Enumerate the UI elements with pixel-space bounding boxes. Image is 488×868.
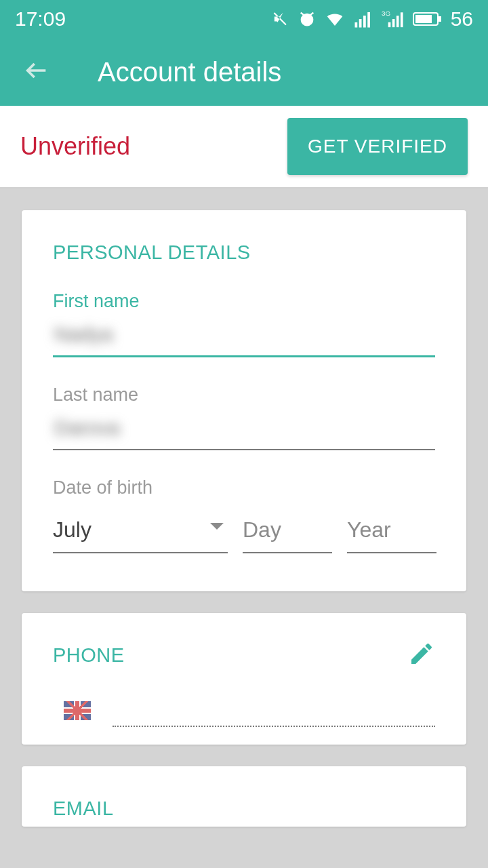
first-name-value: Nadya [53, 323, 113, 345]
chevron-down-icon [210, 523, 224, 530]
last-name-value: Darova [53, 416, 120, 439]
status-bar: 17:09 3G 56 [0, 0, 488, 38]
back-button[interactable] [23, 57, 50, 87]
status-time: 17:09 [15, 7, 66, 31]
phone-input[interactable] [113, 703, 435, 727]
uk-flag-icon[interactable] [64, 701, 91, 720]
phone-input-row[interactable] [53, 701, 435, 727]
svg-rect-9 [401, 12, 403, 27]
svg-rect-3 [363, 16, 366, 28]
signal-icon [353, 9, 373, 29]
svg-rect-6 [388, 22, 390, 27]
personal-details-title: PERSONAL DETAILS [53, 241, 435, 264]
signal-3g-icon: 3G [382, 9, 405, 29]
phone-title: PHONE [53, 644, 125, 667]
verification-banner: Unverified GET VERIFIED [0, 106, 488, 189]
svg-rect-12 [439, 16, 441, 22]
email-card: EMAIL [22, 766, 466, 827]
dob-month-value: July [53, 511, 228, 553]
last-name-input[interactable]: Darova [53, 410, 435, 450]
battery-icon [413, 11, 443, 27]
svg-rect-11 [415, 15, 432, 23]
edit-phone-button[interactable] [408, 640, 435, 670]
personal-details-card: PERSONAL DETAILS First name Nadya Last n… [22, 210, 466, 591]
mute-icon [270, 9, 289, 28]
svg-rect-2 [359, 19, 361, 28]
dob-month-select[interactable]: July [53, 511, 228, 553]
last-name-field[interactable]: Last name Darova [53, 384, 435, 450]
wifi-icon [325, 9, 345, 29]
battery-level: 56 [451, 7, 473, 31]
verification-status: Unverified [20, 132, 130, 161]
first-name-label: First name [53, 291, 435, 312]
first-name-input[interactable]: Nadya [53, 316, 435, 357]
status-icons: 3G 56 [270, 7, 473, 31]
first-name-field[interactable]: First name Nadya [53, 291, 435, 357]
page-title: Account details [98, 57, 281, 87]
get-verified-button[interactable]: GET VERIFIED [287, 118, 468, 175]
dob-year-select[interactable]: Year [347, 511, 436, 553]
dob-label: Date of birth [53, 477, 435, 498]
alarm-icon [298, 9, 317, 28]
phone-card: PHONE [22, 613, 466, 745]
svg-rect-4 [367, 12, 370, 28]
svg-text:3G: 3G [382, 9, 390, 17]
svg-rect-7 [392, 19, 394, 27]
last-name-label: Last name [53, 384, 435, 406]
dob-year-placeholder: Year [347, 511, 436, 553]
svg-rect-8 [396, 16, 399, 27]
dob-day-placeholder: Day [243, 511, 332, 553]
svg-rect-1 [354, 22, 357, 28]
svg-point-0 [300, 14, 313, 26]
app-bar: Account details [0, 38, 488, 106]
dob-field: Date of birth July Day Year [53, 477, 435, 553]
email-title: EMAIL [53, 797, 435, 820]
content-area: PERSONAL DETAILS First name Nadya Last n… [0, 189, 488, 848]
dob-day-select[interactable]: Day [243, 511, 332, 553]
